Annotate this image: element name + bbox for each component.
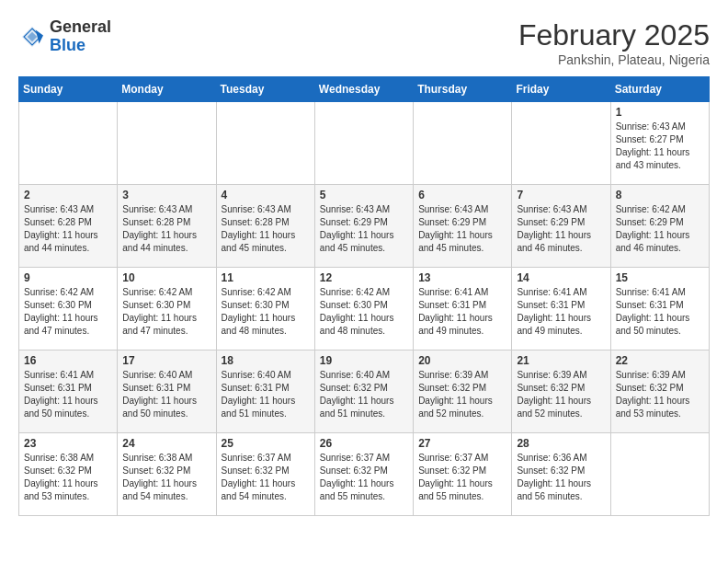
calendar-cell: 4 Sunrise: 6:43 AMSunset: 6:28 PMDayligh… — [216, 185, 314, 268]
day-number: 8 — [616, 189, 704, 201]
location: Pankshin, Plateau, Nigeria — [518, 52, 710, 67]
logo-blue: Blue — [50, 37, 111, 55]
calendar-cell: 13 Sunrise: 6:41 AMSunset: 6:31 PMDaylig… — [414, 268, 512, 350]
day-info: Sunrise: 6:42 AMSunset: 6:30 PMDaylight:… — [24, 286, 112, 338]
day-number: 2 — [24, 189, 112, 201]
day-info: Sunrise: 6:41 AMSunset: 6:31 PMDaylight:… — [24, 369, 112, 420]
day-number: 24 — [122, 437, 210, 450]
day-number: 27 — [418, 437, 506, 450]
logo: General Blue — [18, 18, 111, 55]
day-number: 25 — [222, 437, 310, 450]
day-info: Sunrise: 6:43 AMSunset: 6:28 PMDaylight:… — [24, 203, 112, 255]
day-number: 6 — [418, 189, 506, 201]
day-number: 28 — [517, 437, 605, 450]
calendar-cell: 8 Sunrise: 6:42 AMSunset: 6:29 PMDayligh… — [610, 185, 709, 268]
day-info: Sunrise: 6:38 AMSunset: 6:32 PMDaylight:… — [122, 452, 210, 503]
calendar-cell: 28 Sunrise: 6:36 AMSunset: 6:32 PMDaylig… — [512, 433, 610, 516]
calendar-cell — [19, 102, 118, 185]
calendar-header-row: SundayMondayTuesdayWednesdayThursdayFrid… — [19, 77, 710, 102]
day-info: Sunrise: 6:40 AMSunset: 6:31 PMDaylight:… — [122, 369, 210, 420]
day-number: 9 — [24, 271, 112, 284]
calendar-cell — [118, 102, 216, 185]
day-info: Sunrise: 6:40 AMSunset: 6:32 PMDaylight:… — [320, 369, 408, 420]
calendar-week-4: 16 Sunrise: 6:41 AMSunset: 6:31 PMDaylig… — [19, 350, 710, 433]
day-info: Sunrise: 6:43 AMSunset: 6:28 PMDaylight:… — [222, 203, 310, 255]
day-info: Sunrise: 6:42 AMSunset: 6:30 PMDaylight:… — [320, 286, 408, 338]
day-info: Sunrise: 6:39 AMSunset: 6:32 PMDaylight:… — [616, 369, 704, 420]
calendar-cell: 19 Sunrise: 6:40 AMSunset: 6:32 PMDaylig… — [314, 350, 413, 433]
day-number: 5 — [320, 189, 408, 201]
calendar-cell: 15 Sunrise: 6:41 AMSunset: 6:31 PMDaylig… — [610, 268, 709, 350]
day-number: 10 — [122, 271, 210, 284]
header-friday: Friday — [512, 77, 610, 102]
day-number: 4 — [222, 189, 310, 201]
page-header: General Blue February 2025 Pankshin, Pla… — [18, 18, 710, 67]
day-number: 22 — [616, 354, 704, 367]
calendar-cell: 21 Sunrise: 6:39 AMSunset: 6:32 PMDaylig… — [512, 350, 610, 433]
day-info: Sunrise: 6:37 AMSunset: 6:32 PMDaylight:… — [418, 452, 506, 503]
calendar-cell: 25 Sunrise: 6:37 AMSunset: 6:32 PMDaylig… — [216, 433, 314, 516]
calendar-cell: 14 Sunrise: 6:41 AMSunset: 6:31 PMDaylig… — [512, 268, 610, 350]
day-info: Sunrise: 6:38 AMSunset: 6:32 PMDaylight:… — [24, 452, 112, 503]
calendar-cell: 22 Sunrise: 6:39 AMSunset: 6:32 PMDaylig… — [610, 350, 709, 433]
calendar-cell: 3 Sunrise: 6:43 AMSunset: 6:28 PMDayligh… — [118, 185, 216, 268]
day-info: Sunrise: 6:43 AMSunset: 6:27 PMDaylight:… — [616, 121, 704, 172]
day-number: 13 — [418, 271, 506, 284]
day-number: 7 — [517, 189, 605, 201]
day-info: Sunrise: 6:39 AMSunset: 6:32 PMDaylight:… — [517, 369, 605, 420]
header-saturday: Saturday — [610, 77, 709, 102]
day-number: 17 — [122, 354, 210, 367]
calendar-cell — [512, 102, 610, 185]
day-number: 26 — [320, 437, 408, 450]
calendar-cell: 12 Sunrise: 6:42 AMSunset: 6:30 PMDaylig… — [314, 268, 413, 350]
calendar-cell — [314, 102, 413, 185]
calendar-week-3: 9 Sunrise: 6:42 AMSunset: 6:30 PMDayligh… — [19, 268, 710, 350]
header-thursday: Thursday — [414, 77, 512, 102]
day-number: 15 — [616, 271, 704, 284]
calendar-cell: 2 Sunrise: 6:43 AMSunset: 6:28 PMDayligh… — [19, 185, 118, 268]
calendar-cell: 7 Sunrise: 6:43 AMSunset: 6:29 PMDayligh… — [512, 185, 610, 268]
day-number: 14 — [517, 271, 605, 284]
calendar-table: SundayMondayTuesdayWednesdayThursdayFrid… — [18, 76, 710, 516]
day-info: Sunrise: 6:37 AMSunset: 6:32 PMDaylight:… — [222, 452, 310, 503]
day-info: Sunrise: 6:41 AMSunset: 6:31 PMDaylight:… — [616, 286, 704, 338]
calendar-cell: 9 Sunrise: 6:42 AMSunset: 6:30 PMDayligh… — [19, 268, 118, 350]
day-info: Sunrise: 6:39 AMSunset: 6:32 PMDaylight:… — [418, 369, 506, 420]
calendar-week-5: 23 Sunrise: 6:38 AMSunset: 6:32 PMDaylig… — [19, 433, 710, 516]
calendar-cell — [610, 433, 709, 516]
day-info: Sunrise: 6:37 AMSunset: 6:32 PMDaylight:… — [320, 452, 408, 503]
day-info: Sunrise: 6:42 AMSunset: 6:30 PMDaylight:… — [222, 286, 310, 338]
day-number: 16 — [24, 354, 112, 367]
header-wednesday: Wednesday — [314, 77, 413, 102]
day-info: Sunrise: 6:43 AMSunset: 6:28 PMDaylight:… — [122, 203, 210, 255]
day-info: Sunrise: 6:43 AMSunset: 6:29 PMDaylight:… — [418, 203, 506, 255]
day-number: 12 — [320, 271, 408, 284]
calendar-cell: 17 Sunrise: 6:40 AMSunset: 6:31 PMDaylig… — [118, 350, 216, 433]
calendar-cell: 6 Sunrise: 6:43 AMSunset: 6:29 PMDayligh… — [414, 185, 512, 268]
calendar-cell: 5 Sunrise: 6:43 AMSunset: 6:29 PMDayligh… — [314, 185, 413, 268]
day-info: Sunrise: 6:41 AMSunset: 6:31 PMDaylight:… — [418, 286, 506, 338]
calendar-cell: 23 Sunrise: 6:38 AMSunset: 6:32 PMDaylig… — [19, 433, 118, 516]
day-number: 18 — [222, 354, 310, 367]
header-tuesday: Tuesday — [216, 77, 314, 102]
day-number: 20 — [418, 354, 506, 367]
day-number: 23 — [24, 437, 112, 450]
calendar-week-2: 2 Sunrise: 6:43 AMSunset: 6:28 PMDayligh… — [19, 185, 710, 268]
day-number: 3 — [122, 189, 210, 201]
day-number: 11 — [222, 271, 310, 284]
calendar-cell: 11 Sunrise: 6:42 AMSunset: 6:30 PMDaylig… — [216, 268, 314, 350]
day-info: Sunrise: 6:36 AMSunset: 6:32 PMDaylight:… — [517, 452, 605, 503]
day-info: Sunrise: 6:43 AMSunset: 6:29 PMDaylight:… — [517, 203, 605, 255]
calendar-cell: 1 Sunrise: 6:43 AMSunset: 6:27 PMDayligh… — [610, 102, 709, 185]
calendar-cell: 18 Sunrise: 6:40 AMSunset: 6:31 PMDaylig… — [216, 350, 314, 433]
title-block: February 2025 Pankshin, Plateau, Nigeria — [518, 18, 710, 67]
day-number: 21 — [517, 354, 605, 367]
day-number: 1 — [616, 106, 704, 119]
day-info: Sunrise: 6:42 AMSunset: 6:30 PMDaylight:… — [122, 286, 210, 338]
calendar-cell: 26 Sunrise: 6:37 AMSunset: 6:32 PMDaylig… — [314, 433, 413, 516]
calendar-cell: 20 Sunrise: 6:39 AMSunset: 6:32 PMDaylig… — [414, 350, 512, 433]
calendar-week-1: 1 Sunrise: 6:43 AMSunset: 6:27 PMDayligh… — [19, 102, 710, 185]
logo-icon — [18, 23, 46, 51]
day-info: Sunrise: 6:41 AMSunset: 6:31 PMDaylight:… — [517, 286, 605, 338]
header-monday: Monday — [118, 77, 216, 102]
